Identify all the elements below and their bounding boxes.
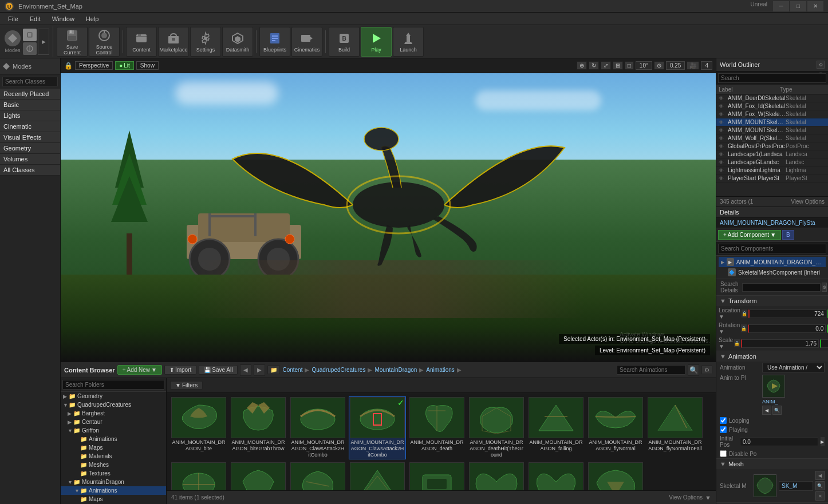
mesh-clear-icon[interactable]: ✕	[815, 491, 825, 501]
anim-browse-icon[interactable]: 🔍	[772, 406, 782, 415]
folder-griffon-textures[interactable]: 📁 Textures	[61, 469, 166, 478]
outliner-search-input[interactable]	[718, 73, 826, 83]
marketplace-button[interactable]: Marketplace	[158, 27, 189, 57]
blueprint-button[interactable]: B	[782, 230, 794, 240]
back-button[interactable]: ◀	[240, 364, 251, 376]
modes-selector-top[interactable]	[23, 29, 37, 41]
forward-button[interactable]: ▶	[254, 364, 265, 376]
outliner-item-3[interactable]: 👁 ANIM_MOUNTSkeletal Skeletal	[716, 118, 828, 126]
outliner-item-6[interactable]: 👁 GlobalPostPrPostProc PostProc	[716, 142, 828, 150]
outliner-item-2[interactable]: 👁 ANIM_Fox_W(Skeletal Skeletal	[716, 110, 828, 118]
asset-item-6[interactable]: ANIM_MOUNTAIN_DRAGON_failing	[527, 396, 585, 459]
menu-file[interactable]: File	[2, 14, 24, 23]
asset-item-14[interactable]: ANIM_MOUNTAIN_DRAGON_getHitLeft	[468, 462, 525, 490]
asset-item-13[interactable]: ANIM_MOUNTAIN_DRAGON_getHitFront	[408, 462, 466, 490]
save-current-button[interactable]: Save Current	[57, 27, 88, 57]
rotation-lock-icon[interactable]: 🔒	[741, 324, 747, 332]
mesh-name-input[interactable]: SK_M	[779, 481, 813, 491]
menu-window[interactable]: Window	[46, 14, 80, 23]
folder-mountain-dragon-maps[interactable]: 📁 Maps	[61, 495, 166, 503]
folder-griffon-materials[interactable]: 📁 Materials	[61, 452, 166, 461]
build-button[interactable]: B Build	[329, 27, 360, 57]
outliner-item-8[interactable]: 👁 LandscapeGLandsc Landsc	[716, 158, 828, 166]
save-all-button[interactable]: 💾 Save All	[199, 365, 238, 375]
breadcrumb-quadruped[interactable]: QuadrupedCreatures	[312, 367, 365, 373]
close-button[interactable]: ✕	[807, 1, 823, 11]
menu-edit[interactable]: Edit	[24, 14, 46, 23]
snap-btn[interactable]: ⊙	[654, 61, 664, 70]
blueprints-button[interactable]: Blueprints	[259, 27, 290, 57]
outliner-item-7[interactable]: 👁 Landscape1(Landsca Landsca	[716, 150, 828, 158]
folder-centaur[interactable]: ▶ 📁 Centaur	[61, 418, 166, 426]
folder-griffon[interactable]: ▼ 📁 Griffon	[61, 426, 166, 435]
component-item-1[interactable]: 🔷 SkeletalMeshComponent (Inheri	[719, 267, 826, 277]
basic-header[interactable]: Basic	[0, 100, 60, 110]
lit-button[interactable]: ● Lit	[115, 61, 134, 70]
transform-mode[interactable]: □	[625, 61, 634, 70]
asset-item-3[interactable]: ANIM_MOUNTAIN_DRAGON_ClawsAttack2HitComb…	[349, 396, 406, 459]
breadcrumb-content[interactable]: Content	[282, 367, 302, 373]
play-button[interactable]: Play	[361, 27, 392, 57]
asset-item-1[interactable]: ANIM_MOUNTAIN_DRAGON_biteGrabThrow	[230, 396, 287, 459]
outliner-item-5[interactable]: 👁 ANIM_Wolf_R(Skeletal Skeletal	[716, 134, 828, 142]
minimize-button[interactable]: ─	[773, 1, 789, 11]
initial-pos-arrow-icon[interactable]: ▶	[821, 437, 825, 446]
search-details-input[interactable]	[742, 283, 821, 292]
breadcrumb-mountain-dragon[interactable]: MountainDragon	[374, 367, 417, 373]
folder-mountain-dragon[interactable]: ▼ 📁 MountainDragon	[61, 478, 166, 486]
mesh-header[interactable]: ▼ Mesh	[716, 459, 828, 469]
geometry-header[interactable]: Geometry	[0, 143, 60, 154]
source-control-button[interactable]: Source Control	[89, 27, 120, 57]
outliner-item-0[interactable]: 👁 ANIM_DeerD0Skeletal Skeletal	[716, 94, 828, 102]
view-options-label[interactable]: View Options	[669, 494, 703, 501]
outliner-item-9[interactable]: 👁 LightmassimLightma Lightma	[716, 166, 828, 174]
disable-po-checkbox[interactable]	[720, 450, 727, 457]
animation-header[interactable]: ▼ Animation	[716, 351, 828, 362]
volumes-header[interactable]: Volumes	[0, 154, 60, 165]
playing-checkbox[interactable]	[720, 426, 727, 433]
modes-expand[interactable]: ▶	[38, 29, 49, 55]
asset-item-0[interactable]: ANIM_MOUNTAIN_DRAGON_bite	[170, 396, 227, 459]
asset-item-5[interactable]: ANIM_MOUNTAIN_DRAGON_deathHit(TheGround	[468, 396, 525, 459]
search-components-input[interactable]	[718, 244, 826, 253]
viewport-lock-icon[interactable]: 🔒	[64, 62, 73, 70]
folder-barghest[interactable]: ▶ 📁 Barghest	[61, 409, 166, 418]
3d-viewport[interactable]: Selected Actor(s) in: Environment_Set_Ma…	[61, 73, 716, 361]
folder-mountain-dragon-animations[interactable]: ▼ 📁 Animations	[61, 486, 166, 495]
translate-btn[interactable]: ⊕	[577, 61, 587, 70]
animation-mode-select[interactable]: Use Animation /	[762, 363, 825, 372]
camera-speed-btn[interactable]: 🎥	[687, 61, 699, 70]
cinematics-button[interactable]: Cinematics	[291, 27, 322, 57]
asset-item-8[interactable]: ANIM_MOUNTAIN_DRAGON_flyNormalToFall	[646, 396, 704, 459]
add-new-button[interactable]: + Add New ▼	[117, 365, 162, 375]
asset-item-12[interactable]: ANIM_MOUNTAIN_DRAGON_FlyStationaryTel_an…	[349, 462, 406, 490]
asset-item-16[interactable]: ANIM_MOUNTAIN_DRAGON_glide	[587, 462, 644, 490]
import-button[interactable]: ⬆ Import	[164, 365, 196, 375]
folder-nav-button[interactable]: 📁	[267, 366, 280, 374]
restore-button[interactable]: □	[790, 1, 806, 11]
datasmith-button[interactable]: Datasmith	[222, 27, 253, 57]
details-settings-icon[interactable]: ⚙	[822, 283, 827, 292]
perspective-button[interactable]: Perspective	[75, 61, 113, 70]
asset-item-7[interactable]: ANIM_MOUNTAIN_DRAGON_flyNormal	[587, 396, 644, 459]
folder-quadruped-creatures[interactable]: ▼ 📁 QuadrupedCreatures	[61, 400, 166, 409]
view-options-outliner[interactable]: View Options	[791, 199, 825, 205]
rotate-btn[interactable]: ↻	[589, 61, 599, 70]
rotation-x-input[interactable]	[748, 324, 826, 333]
scale-btn[interactable]: ⤢	[601, 61, 611, 70]
folder-griffon-maps[interactable]: 📁 Maps	[61, 443, 166, 452]
initial-pos-input[interactable]	[740, 438, 818, 446]
visual-effects-header[interactable]: Visual Effects	[0, 132, 60, 143]
filters-button[interactable]: ▼ Filters	[170, 381, 203, 390]
folder-search-input[interactable]	[62, 380, 164, 390]
add-component-button[interactable]: + Add Component ▼	[718, 230, 781, 240]
folder-griffon-meshes[interactable]: 📁 Meshes	[61, 461, 166, 469]
search-classes-input[interactable]	[2, 77, 58, 86]
cb-settings-button[interactable]: ⚙	[701, 366, 712, 374]
cinematic-header[interactable]: Cinematic	[0, 121, 60, 132]
asset-item-15[interactable]: ANIM_MOUNTAIN_DRAGON_getHitRight	[527, 462, 585, 490]
show-button[interactable]: Show	[136, 61, 159, 70]
recently-placed-header[interactable]: Recently Placed	[0, 89, 60, 100]
breadcrumb-animations[interactable]: Animations	[426, 367, 454, 373]
content-button[interactable]: Content	[126, 27, 157, 57]
